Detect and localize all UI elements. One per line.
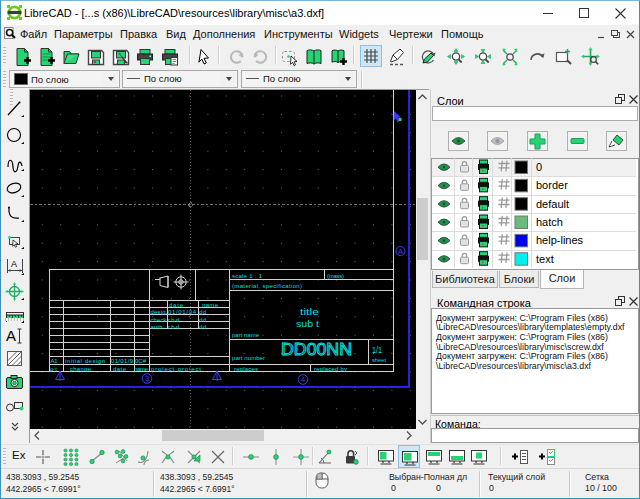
svg-text:3: 3 [145, 374, 149, 383]
svg-text:border: border [536, 179, 568, 191]
svg-text:dd: dd [199, 324, 206, 330]
svg-text:(mass): (mass) [327, 273, 344, 279]
svg-text:scale 1 : 1: scale 1 : 1 [232, 273, 263, 279]
svg-text:sheet: sheet [372, 357, 386, 363]
svg-text:sub t: sub t [296, 318, 319, 329]
svg-text:title: title [300, 306, 319, 317]
svg-text:replaces: replaces [234, 366, 258, 372]
svg-text:text: text [536, 253, 554, 265]
svg-text:A: A [398, 247, 403, 256]
svg-text:A: A [11, 259, 17, 269]
svg-text:(material, specification): (material, specification) [232, 283, 302, 289]
svg-text:0: 0 [536, 161, 542, 173]
svg-text:01/01/9: 01/01/9 [111, 358, 134, 364]
svg-text:initial design: initial design [65, 358, 105, 364]
svg-text:help-lines: help-lines [536, 234, 584, 246]
svg-text:auth.: auth. [151, 324, 165, 330]
svg-text:DD00NN: DD00NN [281, 341, 352, 358]
svg-text:check: check [151, 317, 168, 323]
svg-text:replaced by: replaced by [314, 366, 347, 372]
svg-text:name: name [134, 366, 149, 372]
svg-text:dd: dd [199, 317, 206, 323]
svg-text:1/1: 1/1 [372, 345, 382, 355]
svg-text:part name: part name [232, 332, 260, 338]
svg-text:A: A [6, 327, 16, 344]
svg-text:0C#: 0C# [135, 358, 147, 364]
svg-text:A1: A1 [51, 358, 59, 364]
svg-text:date: date [113, 366, 127, 372]
svg-text:date: date [169, 302, 184, 308]
svg-text:rbd: rbd [168, 317, 179, 323]
svg-text:default: default [536, 198, 569, 210]
svg-text:project project: project project [151, 366, 201, 372]
svg-text:desig.: desig. [151, 309, 168, 315]
svg-text:change: change [70, 366, 92, 372]
svg-text:rbd: rbd [168, 324, 179, 330]
svg-text:hatch: hatch [536, 216, 563, 228]
svg-text:dd: dd [199, 309, 206, 315]
svg-text:part number: part number [232, 355, 265, 361]
svg-text:4: 4 [301, 375, 305, 384]
svg-text:01/01/04: 01/01/04 [168, 309, 197, 315]
svg-text:name: name [202, 302, 219, 308]
